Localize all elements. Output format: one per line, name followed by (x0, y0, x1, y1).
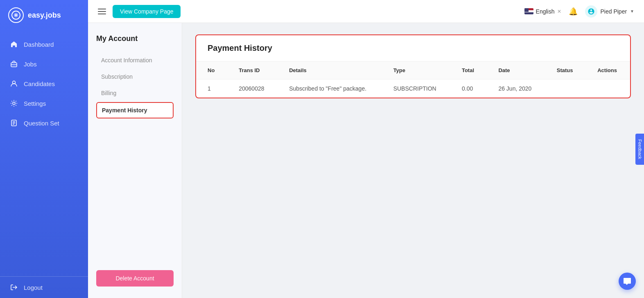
account-sidebar: My Account Account Information Subscript… (88, 23, 182, 298)
payment-history-header: Payment History (196, 35, 630, 61)
account-nav-information[interactable]: Account Information (96, 53, 174, 68)
logout-item[interactable]: Logout (10, 283, 78, 291)
gear-icon (10, 99, 18, 107)
col-header-status: Status (545, 61, 586, 80)
svg-point-6 (13, 102, 15, 105)
cell-date: 26 Jun, 2020 (487, 80, 545, 98)
language-close-icon[interactable]: ✕ (557, 9, 561, 14)
main-content: Payment History No Trans ID Details Type… (182, 23, 644, 298)
sidebar-item-candidates-label: Candidates (24, 80, 55, 87)
sidebar-item-settings-label: Settings (24, 100, 46, 107)
col-header-date: Date (487, 61, 545, 80)
feedback-label: Feedback (637, 139, 642, 159)
table-row: 1 20060028 Subscribed to "Free" package.… (196, 80, 630, 98)
cell-total: 0.00 (450, 80, 487, 98)
us-flag-icon (524, 8, 533, 14)
sidebar-item-jobs-label: Jobs (24, 61, 37, 68)
sidebar-item-dashboard[interactable]: Dashboard (0, 34, 88, 54)
cell-actions (586, 80, 630, 98)
chat-bubble[interactable] (619, 273, 636, 290)
user-name: Pied Piper (601, 8, 627, 15)
person-icon (10, 80, 18, 88)
sidebar-nav: Dashboard Jobs Candidates (0, 30, 88, 276)
header-right: English ✕ 🔔 Pied Piper ▼ (524, 5, 634, 18)
header-left: View Company Page (98, 5, 181, 18)
content-area: My Account Account Information Subscript… (88, 23, 644, 298)
logo-icon (8, 7, 24, 23)
col-header-no: No (196, 61, 227, 80)
sidebar-item-question-set[interactable]: Question Set (0, 113, 88, 133)
briefcase-icon (10, 60, 18, 68)
view-company-button[interactable]: View Company Page (113, 5, 181, 18)
hamburger-icon[interactable] (98, 9, 106, 14)
account-nav-payment-history[interactable]: Payment History (96, 102, 174, 118)
sidebar-item-settings[interactable]: Settings (0, 93, 88, 113)
language-label: English (536, 8, 555, 15)
chevron-down-icon: ▼ (630, 9, 634, 14)
sidebar-item-dashboard-label: Dashboard (24, 41, 54, 48)
col-header-type: Type (382, 61, 450, 80)
cell-no: 1 (196, 80, 227, 98)
cell-type: SUBSCRIPTION (382, 80, 450, 98)
cell-details: Subscribed to "Free" package. (278, 80, 382, 98)
payment-history-card: Payment History No Trans ID Details Type… (195, 34, 631, 98)
col-header-total: Total (450, 61, 487, 80)
cell-status (545, 80, 586, 98)
sidebar-item-jobs[interactable]: Jobs (0, 54, 88, 74)
logout-icon (10, 283, 18, 291)
delete-account-button[interactable]: Delete Account (96, 270, 174, 287)
logout-label: Logout (24, 284, 43, 291)
document-icon (10, 119, 18, 127)
col-header-details: Details (278, 61, 382, 80)
account-title: My Account (96, 34, 174, 43)
account-nav-subscription[interactable]: Subscription (96, 69, 174, 84)
sidebar-bottom: Logout (0, 276, 88, 298)
feedback-tab[interactable]: Feedback (635, 133, 644, 164)
user-section[interactable]: Pied Piper ▼ (585, 5, 635, 18)
header: View Company Page English ✕ 🔔 Pied Piper… (88, 0, 644, 23)
language-selector[interactable]: English ✕ (524, 8, 561, 15)
avatar (585, 5, 597, 18)
payment-history-table: No Trans ID Details Type Total Date Stat… (196, 61, 630, 98)
sidebar-item-question-set-label: Question Set (24, 120, 59, 127)
notification-bell-icon[interactable]: 🔔 (569, 7, 578, 16)
app-logo[interactable]: easy.jobs (0, 0, 88, 30)
main-area: View Company Page English ✕ 🔔 Pied Piper… (88, 0, 644, 298)
payment-history-title: Payment History (208, 43, 619, 53)
col-header-trans-id: Trans ID (227, 61, 278, 80)
sidebar-item-candidates[interactable]: Candidates (0, 74, 88, 93)
col-header-actions: Actions (586, 61, 630, 80)
account-nav-billing[interactable]: Billing (96, 86, 174, 100)
cell-trans-id: 20060028 (227, 80, 278, 98)
app-name: easy.jobs (28, 11, 61, 20)
home-icon (10, 40, 18, 48)
svg-point-2 (15, 14, 17, 16)
sidebar: easy.jobs Dashboard Jobs (0, 0, 88, 298)
